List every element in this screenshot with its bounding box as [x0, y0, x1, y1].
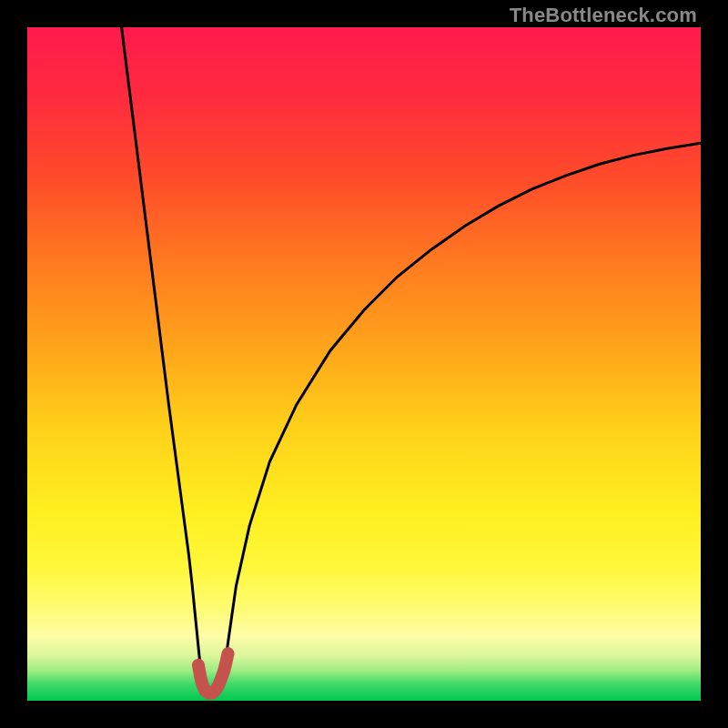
gradient-background — [27, 27, 701, 701]
watermark-text: TheBottleneck.com — [510, 4, 697, 27]
bottleneck-chart — [27, 27, 701, 701]
chart-frame — [27, 27, 701, 701]
